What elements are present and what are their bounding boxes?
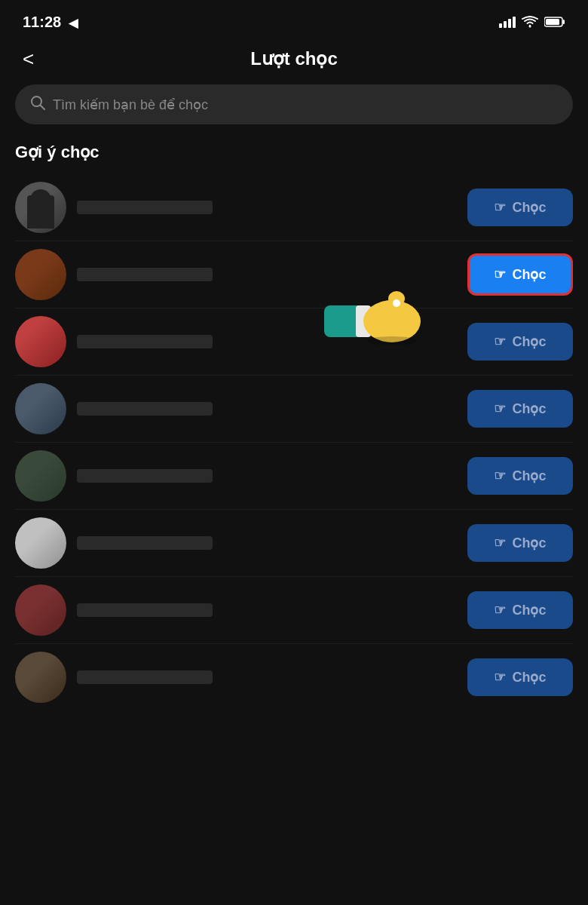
status-bar: 11:28 ◀ (0, 0, 588, 41)
list-item: ☞ Chọc (15, 577, 573, 644)
choc-label: Chọc (512, 400, 546, 417)
choc-button-5[interactable]: ☞ Chọc (467, 457, 573, 495)
friend-name-bar (77, 335, 213, 348)
poke-icon: ☞ (494, 535, 506, 551)
status-time: 11:28 ◀ (23, 14, 78, 31)
friend-name-bar (77, 469, 213, 483)
search-icon (30, 95, 45, 114)
avatar (15, 584, 66, 636)
friend-name-area (77, 402, 467, 416)
choc-button-2[interactable]: ☞ Chọc (467, 253, 573, 296)
friend-name-bar (77, 201, 213, 214)
friend-list: ☞ Chọc ☞ Chọc ☞ Chọc (0, 174, 588, 710)
search-placeholder: Tìm kiếm bạn bè để chọc (53, 97, 208, 113)
choc-button-8[interactable]: ☞ Chọc (467, 658, 573, 696)
list-item: ☞ Chọc (15, 241, 573, 308)
choc-label: Chọc (512, 199, 546, 216)
friend-name-bar (77, 670, 213, 684)
avatar (15, 517, 66, 569)
poke-icon: ☞ (494, 468, 506, 484)
friend-name-bar (77, 402, 213, 416)
list-item: ☞ Chọc (15, 308, 573, 376)
choc-label: Chọc (512, 535, 546, 551)
svg-rect-7 (546, 19, 559, 25)
wifi-icon (522, 16, 538, 28)
list-item: ☞ Chọc (15, 644, 573, 710)
list-item: ☞ Chọc (15, 376, 573, 443)
poke-icon: ☞ (494, 199, 506, 216)
location-icon: ◀ (69, 17, 78, 29)
battery-icon (544, 17, 565, 27)
friend-name-area (77, 469, 467, 483)
avatar (15, 652, 66, 703)
choc-button-6[interactable]: ☞ Chọc (467, 524, 573, 562)
poke-icon: ☞ (494, 602, 506, 618)
choc-label: Chọc (512, 602, 546, 618)
friend-name-bar (77, 268, 213, 281)
friend-name-area (77, 201, 467, 214)
avatar (15, 182, 66, 233)
signal-icon (499, 16, 516, 28)
poke-icon: ☞ (494, 266, 506, 283)
poke-icon: ☞ (494, 669, 506, 686)
friend-name-bar (77, 603, 213, 617)
page-title: Lượt chọc (250, 48, 338, 69)
choc-label: Chọc (512, 468, 546, 484)
status-icons (499, 16, 565, 28)
poke-icon: ☞ (494, 333, 506, 350)
friend-name-area (77, 536, 467, 550)
back-button[interactable]: < (23, 48, 34, 71)
svg-rect-6 (563, 20, 565, 24)
friend-name-area (77, 603, 467, 617)
svg-rect-1 (504, 21, 507, 28)
poke-icon: ☞ (494, 400, 506, 417)
list-item: ☞ Chọc (15, 174, 573, 241)
friend-name-bar (77, 536, 213, 550)
header: < Lượt chọc (0, 41, 588, 84)
friend-name-area (77, 670, 467, 684)
choc-button-1[interactable]: ☞ Chọc (467, 189, 573, 226)
choc-button-3[interactable]: ☞ Chọc (467, 323, 573, 360)
choc-label: Chọc (512, 333, 546, 350)
list-item: ☞ Chọc (15, 443, 573, 510)
avatar (15, 249, 66, 300)
svg-rect-3 (513, 17, 516, 28)
choc-label: Chọc (512, 669, 546, 686)
svg-point-4 (529, 26, 531, 28)
svg-rect-0 (499, 23, 502, 28)
section-title: Gợi ý chọc (0, 143, 588, 174)
avatar (15, 450, 66, 502)
friend-name-area (77, 268, 467, 281)
choc-button-4[interactable]: ☞ Chọc (467, 390, 573, 428)
avatar (15, 316, 66, 367)
choc-label: Chọc (512, 266, 546, 283)
svg-rect-2 (508, 19, 511, 28)
avatar (15, 383, 66, 434)
search-bar[interactable]: Tìm kiếm bạn bè để chọc (15, 84, 573, 124)
choc-button-7[interactable]: ☞ Chọc (467, 591, 573, 629)
list-item: ☞ Chọc (15, 510, 573, 577)
svg-line-9 (41, 106, 45, 110)
friend-name-area (77, 335, 467, 348)
